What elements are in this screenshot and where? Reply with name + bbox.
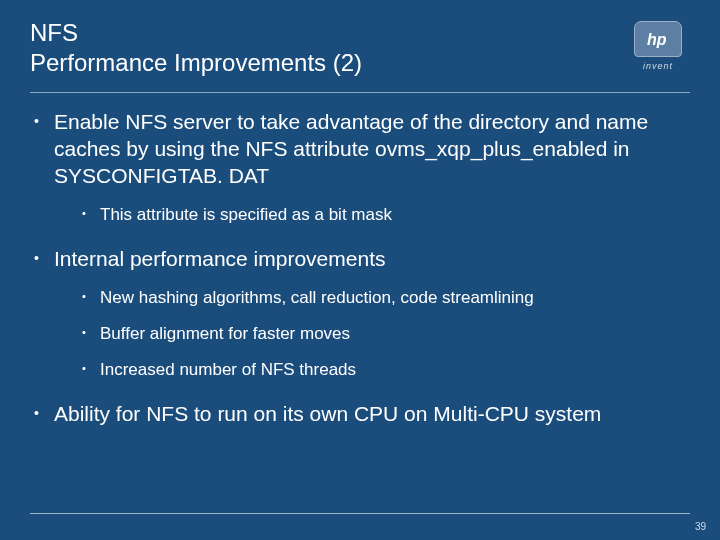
list-item: Increased number of NFS threads [80, 359, 690, 381]
sub-bullet-text: New hashing algorithms, call reduction, … [100, 288, 534, 307]
slide-title: NFS Performance Improvements (2) [30, 18, 626, 78]
title-line-1: NFS [30, 19, 78, 46]
list-item: New hashing algorithms, call reduction, … [80, 287, 690, 309]
list-item: This attribute is specified as a bit mas… [80, 204, 690, 226]
list-item: Internal performance improvements New ha… [30, 246, 690, 381]
sub-bullet-text: Buffer alignment for faster moves [100, 324, 350, 343]
sub-bullet-list: New hashing algorithms, call reduction, … [54, 287, 690, 381]
hp-logo: hp invent [626, 18, 690, 74]
sub-bullet-text: Increased number of NFS threads [100, 360, 356, 379]
title-block: NFS Performance Improvements (2) [30, 18, 626, 78]
list-item: Enable NFS server to take advantage of t… [30, 109, 690, 226]
svg-text:hp: hp [647, 31, 667, 48]
sub-bullet-text: This attribute is specified as a bit mas… [100, 205, 392, 224]
hp-tagline: invent [643, 61, 673, 71]
slide-content: Enable NFS server to take advantage of t… [0, 93, 720, 428]
list-item: Ability for NFS to run on its own CPU on… [30, 401, 690, 428]
hp-logo-chip: hp [634, 21, 682, 57]
list-item: Buffer alignment for faster moves [80, 323, 690, 345]
bullet-text: Enable NFS server to take advantage of t… [54, 110, 648, 187]
page-number: 39 [695, 521, 706, 532]
footer-divider [30, 513, 690, 514]
sub-bullet-list: This attribute is specified as a bit mas… [54, 204, 690, 226]
slide-header: NFS Performance Improvements (2) hp inve… [0, 0, 720, 92]
bullet-list: Enable NFS server to take advantage of t… [30, 109, 690, 428]
bullet-text: Internal performance improvements [54, 247, 385, 270]
bullet-text: Ability for NFS to run on its own CPU on… [54, 402, 601, 425]
title-line-2: Performance Improvements (2) [30, 49, 362, 76]
hp-logo-icon: hp [641, 29, 675, 49]
